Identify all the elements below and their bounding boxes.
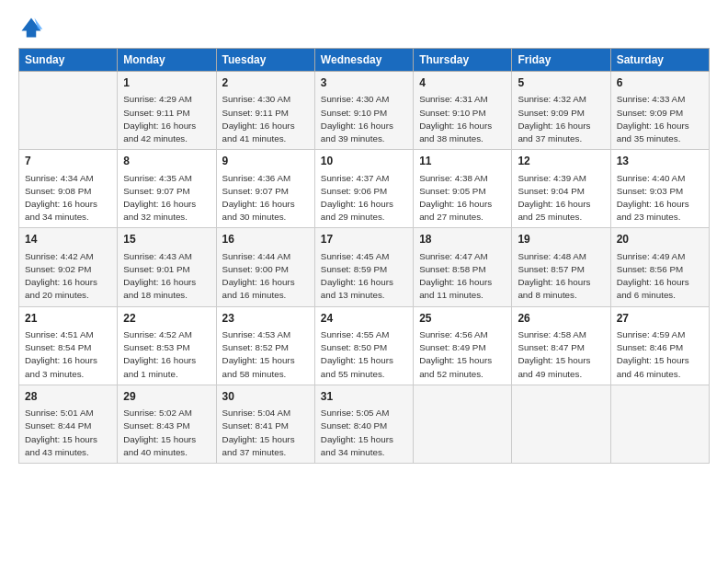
- cell-info: Sunrise: 4:38 AM Sunset: 9:05 PM Dayligh…: [419, 172, 506, 224]
- calendar-cell: 1Sunrise: 4:29 AM Sunset: 9:11 PM Daylig…: [118, 72, 216, 150]
- day-number: 25: [419, 311, 506, 327]
- day-number: 23: [222, 311, 309, 327]
- calendar-cell: 13Sunrise: 4:40 AM Sunset: 9:03 PM Dayli…: [610, 150, 709, 228]
- col-header-thursday: Thursday: [414, 49, 512, 72]
- calendar-cell: 8Sunrise: 4:35 AM Sunset: 9:07 PM Daylig…: [118, 150, 216, 228]
- cell-info: Sunrise: 4:40 AM Sunset: 9:03 PM Dayligh…: [617, 172, 703, 224]
- calendar-cell: 30Sunrise: 5:04 AM Sunset: 8:41 PM Dayli…: [216, 385, 314, 463]
- cell-info: Sunrise: 4:31 AM Sunset: 9:10 PM Dayligh…: [419, 93, 506, 145]
- day-number: 18: [419, 232, 506, 247]
- calendar-cell: [414, 385, 512, 463]
- day-number: 11: [419, 154, 506, 169]
- day-number: 16: [222, 232, 309, 247]
- header: [18, 15, 710, 40]
- cell-info: Sunrise: 4:52 AM Sunset: 8:53 PM Dayligh…: [123, 328, 210, 381]
- calendar-cell: 31Sunrise: 5:05 AM Sunset: 8:40 PM Dayli…: [314, 385, 413, 463]
- cell-info: Sunrise: 4:33 AM Sunset: 9:09 PM Dayligh…: [617, 93, 703, 145]
- col-header-saturday: Saturday: [610, 49, 709, 72]
- calendar-cell: 18Sunrise: 4:47 AM Sunset: 8:58 PM Dayli…: [414, 228, 512, 306]
- calendar-cell: 21Sunrise: 4:51 AM Sunset: 8:54 PM Dayli…: [19, 306, 118, 385]
- cell-info: Sunrise: 4:45 AM Sunset: 8:59 PM Dayligh…: [321, 250, 407, 303]
- calendar-table: SundayMondayTuesdayWednesdayThursdayFrid…: [18, 48, 710, 464]
- cell-info: Sunrise: 4:51 AM Sunset: 8:54 PM Dayligh…: [25, 328, 111, 381]
- col-header-sunday: Sunday: [19, 49, 118, 72]
- cell-info: Sunrise: 4:55 AM Sunset: 8:50 PM Dayligh…: [321, 328, 407, 381]
- day-number: 4: [419, 75, 506, 91]
- day-number: 13: [617, 154, 703, 169]
- cell-info: Sunrise: 5:02 AM Sunset: 8:43 PM Dayligh…: [123, 407, 210, 459]
- cell-info: Sunrise: 4:30 AM Sunset: 9:10 PM Dayligh…: [321, 93, 407, 145]
- day-number: 8: [123, 154, 210, 169]
- cell-info: Sunrise: 4:58 AM Sunset: 8:47 PM Dayligh…: [518, 328, 604, 381]
- day-number: 2: [222, 75, 309, 91]
- page: SundayMondayTuesdayWednesdayThursdayFrid…: [0, 0, 728, 473]
- day-number: 10: [321, 154, 407, 169]
- calendar-cell: 24Sunrise: 4:55 AM Sunset: 8:50 PM Dayli…: [314, 306, 413, 385]
- calendar-cell: 23Sunrise: 4:53 AM Sunset: 8:52 PM Dayli…: [216, 306, 314, 385]
- logo: [18, 15, 48, 40]
- calendar-week-row: 28Sunrise: 5:01 AM Sunset: 8:44 PM Dayli…: [19, 385, 710, 463]
- day-number: 15: [123, 232, 210, 247]
- logo-icon: [18, 15, 44, 40]
- cell-info: Sunrise: 4:35 AM Sunset: 9:07 PM Dayligh…: [123, 172, 210, 224]
- calendar-cell: [610, 385, 709, 463]
- calendar-cell: 10Sunrise: 4:37 AM Sunset: 9:06 PM Dayli…: [314, 150, 413, 228]
- col-header-wednesday: Wednesday: [314, 49, 413, 72]
- calendar-cell: 4Sunrise: 4:31 AM Sunset: 9:10 PM Daylig…: [414, 72, 512, 150]
- day-number: 28: [25, 389, 111, 405]
- calendar-cell: 14Sunrise: 4:42 AM Sunset: 9:02 PM Dayli…: [19, 228, 118, 306]
- calendar-cell: 15Sunrise: 4:43 AM Sunset: 9:01 PM Dayli…: [118, 228, 216, 306]
- cell-info: Sunrise: 4:44 AM Sunset: 9:00 PM Dayligh…: [222, 250, 309, 303]
- calendar-cell: 25Sunrise: 4:56 AM Sunset: 8:49 PM Dayli…: [414, 306, 512, 385]
- calendar-cell: 17Sunrise: 4:45 AM Sunset: 8:59 PM Dayli…: [314, 228, 413, 306]
- day-number: 21: [25, 311, 111, 327]
- day-number: 29: [123, 389, 210, 405]
- calendar-cell: 11Sunrise: 4:38 AM Sunset: 9:05 PM Dayli…: [414, 150, 512, 228]
- calendar-cell: 26Sunrise: 4:58 AM Sunset: 8:47 PM Dayli…: [512, 306, 610, 385]
- calendar-cell: 29Sunrise: 5:02 AM Sunset: 8:43 PM Dayli…: [118, 385, 216, 463]
- cell-info: Sunrise: 4:43 AM Sunset: 9:01 PM Dayligh…: [123, 250, 210, 303]
- day-number: 14: [25, 232, 111, 247]
- calendar-cell: 2Sunrise: 4:30 AM Sunset: 9:11 PM Daylig…: [216, 72, 314, 150]
- col-header-friday: Friday: [512, 49, 610, 72]
- calendar-cell: 22Sunrise: 4:52 AM Sunset: 8:53 PM Dayli…: [118, 306, 216, 385]
- col-header-tuesday: Tuesday: [216, 49, 314, 72]
- cell-info: Sunrise: 4:47 AM Sunset: 8:58 PM Dayligh…: [419, 250, 506, 303]
- calendar-cell: 9Sunrise: 4:36 AM Sunset: 9:07 PM Daylig…: [216, 150, 314, 228]
- calendar-week-row: 1Sunrise: 4:29 AM Sunset: 9:11 PM Daylig…: [19, 72, 710, 150]
- day-number: 6: [617, 75, 703, 91]
- cell-info: Sunrise: 4:42 AM Sunset: 9:02 PM Dayligh…: [25, 250, 111, 303]
- day-number: 19: [518, 232, 604, 247]
- cell-info: Sunrise: 4:29 AM Sunset: 9:11 PM Dayligh…: [123, 93, 210, 145]
- day-number: 27: [617, 311, 703, 327]
- cell-info: Sunrise: 4:30 AM Sunset: 9:11 PM Dayligh…: [222, 93, 309, 145]
- day-number: 9: [222, 154, 309, 169]
- calendar-week-row: 7Sunrise: 4:34 AM Sunset: 9:08 PM Daylig…: [19, 150, 710, 228]
- day-number: 31: [321, 389, 407, 405]
- cell-info: Sunrise: 5:04 AM Sunset: 8:41 PM Dayligh…: [222, 407, 309, 459]
- day-number: 3: [321, 75, 407, 91]
- day-number: 30: [222, 389, 309, 405]
- day-number: 5: [518, 75, 604, 91]
- day-number: 22: [123, 311, 210, 327]
- day-number: 26: [518, 311, 604, 327]
- cell-info: Sunrise: 4:48 AM Sunset: 8:57 PM Dayligh…: [518, 250, 604, 303]
- day-number: 12: [518, 154, 604, 169]
- cell-info: Sunrise: 4:34 AM Sunset: 9:08 PM Dayligh…: [25, 172, 111, 224]
- calendar-cell: 7Sunrise: 4:34 AM Sunset: 9:08 PM Daylig…: [19, 150, 118, 228]
- calendar-week-row: 21Sunrise: 4:51 AM Sunset: 8:54 PM Dayli…: [19, 306, 710, 385]
- calendar-cell: 3Sunrise: 4:30 AM Sunset: 9:10 PM Daylig…: [314, 72, 413, 150]
- cell-info: Sunrise: 4:37 AM Sunset: 9:06 PM Dayligh…: [321, 172, 407, 224]
- cell-info: Sunrise: 4:56 AM Sunset: 8:49 PM Dayligh…: [419, 328, 506, 381]
- calendar-cell: 19Sunrise: 4:48 AM Sunset: 8:57 PM Dayli…: [512, 228, 610, 306]
- day-number: 7: [25, 154, 111, 169]
- calendar-cell: 5Sunrise: 4:32 AM Sunset: 9:09 PM Daylig…: [512, 72, 610, 150]
- cell-info: Sunrise: 4:59 AM Sunset: 8:46 PM Dayligh…: [617, 328, 703, 381]
- calendar-cell: 28Sunrise: 5:01 AM Sunset: 8:44 PM Dayli…: [19, 385, 118, 463]
- calendar-cell: 12Sunrise: 4:39 AM Sunset: 9:04 PM Dayli…: [512, 150, 610, 228]
- cell-info: Sunrise: 4:49 AM Sunset: 8:56 PM Dayligh…: [617, 250, 703, 303]
- calendar-cell: [19, 72, 118, 150]
- calendar-cell: 20Sunrise: 4:49 AM Sunset: 8:56 PM Dayli…: [610, 228, 709, 306]
- cell-info: Sunrise: 4:36 AM Sunset: 9:07 PM Dayligh…: [222, 172, 309, 224]
- day-number: 20: [617, 232, 703, 247]
